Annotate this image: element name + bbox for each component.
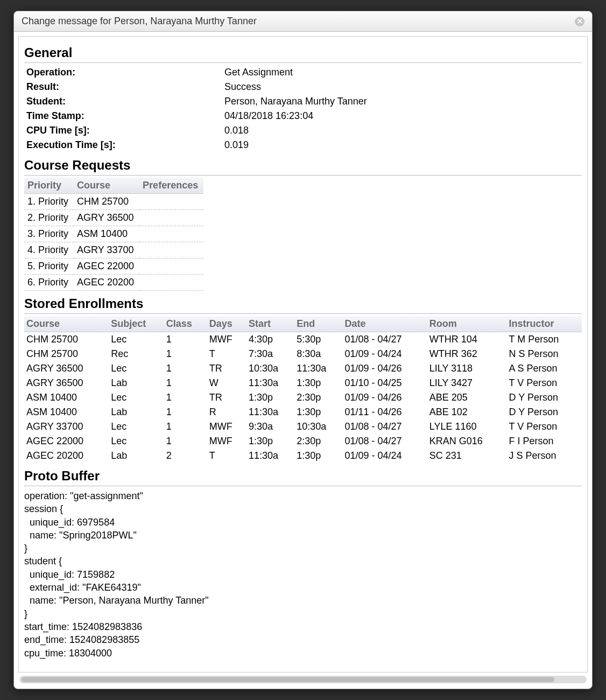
- enrollment-cell-start: 11:30a: [246, 376, 294, 390]
- course-request-cell-course: AGEC 22000: [74, 258, 139, 275]
- enrollment-cell-days: TR: [207, 390, 246, 405]
- course-request-cell-prefs: [139, 194, 203, 210]
- enr-header-room: Room: [427, 316, 507, 332]
- course-request-row: 4. PriorityAGRY 33700: [24, 242, 203, 258]
- course-request-cell-prefs: [139, 275, 203, 291]
- label-cputime: CPU Time [s]:: [24, 123, 222, 138]
- enrollment-cell-start: 11:30a: [246, 449, 294, 463]
- enr-header-class: Class: [164, 316, 207, 332]
- enrollment-cell-end: 5:30p: [294, 332, 342, 347]
- enr-header-end: End: [294, 316, 342, 332]
- enr-header-date: Date: [343, 316, 427, 332]
- enrollment-cell-date: 01/09 - 04/24: [343, 347, 427, 361]
- course-request-cell-priority: 3. Priority: [24, 226, 74, 242]
- enrollment-cell-end: 2:30p: [294, 434, 342, 449]
- enrollment-cell-instructor: A S Person: [507, 361, 582, 376]
- course-request-row: 5. PriorityAGEC 22000: [24, 258, 203, 275]
- enrollment-cell-course: ASM 10400: [24, 390, 109, 405]
- enrollment-cell-class: 1: [164, 376, 207, 390]
- enrollment-cell-subject: Lab: [109, 376, 164, 390]
- general-row-result: Result:Success: [24, 80, 582, 94]
- enrollment-cell-days: MWF: [207, 419, 246, 434]
- enrollment-cell-days: W: [207, 376, 246, 390]
- course-request-cell-priority: 5. Priority: [24, 258, 74, 275]
- horizontal-scrollbar[interactable]: [19, 676, 587, 683]
- enrollment-cell-class: 1: [164, 361, 207, 376]
- enrollment-cell-end: 1:30p: [294, 449, 342, 463]
- label-operation: Operation:: [24, 65, 222, 80]
- general-row-timestamp: Time Stamp:04/18/2018 16:23:04: [24, 109, 582, 123]
- enrollment-cell-date: 01/09 - 04/26: [343, 361, 427, 376]
- enrollment-cell-start: 4:30p: [246, 332, 294, 347]
- enr-header-subject: Subject: [109, 316, 164, 332]
- enrollment-cell-class: 1: [164, 434, 207, 449]
- enrollment-row: AGEC 20200Lab2T11:30a1:30p01/09 - 04/24S…: [24, 449, 582, 463]
- enrollment-cell-class: 1: [164, 405, 207, 419]
- enrollment-cell-end: 8:30a: [294, 347, 342, 361]
- enrollment-cell-end: 1:30p: [294, 405, 342, 419]
- enrollment-cell-course: AGEC 22000: [24, 434, 109, 449]
- enrollment-cell-room: LILY 3427: [427, 376, 507, 390]
- enrollment-cell-room: ABE 102: [427, 405, 507, 419]
- dialog-title: Change message for Person, Narayana Murt…: [22, 16, 257, 27]
- label-student: Student:: [24, 94, 222, 109]
- label-timestamp: Time Stamp:: [24, 109, 222, 123]
- enrollment-cell-days: T: [207, 449, 246, 463]
- dialog-titlebar[interactable]: Change message for Person, Narayana Murt…: [14, 11, 592, 32]
- enrollment-cell-room: SC 231: [427, 449, 507, 463]
- enrollment-cell-subject: Lec: [109, 434, 164, 449]
- enrollment-cell-days: MWF: [207, 332, 246, 347]
- enrollment-cell-instructor: D Y Person: [507, 405, 582, 419]
- enrollment-cell-instructor: D Y Person: [507, 390, 582, 405]
- course-request-cell-course: AGEC 20200: [74, 275, 139, 291]
- course-request-cell-priority: 1. Priority: [24, 194, 74, 210]
- dialog-body: General Operation:Get Assignment Result:…: [14, 32, 592, 689]
- value-operation: Get Assignment: [222, 65, 582, 80]
- enrollment-cell-date: 01/11 - 04/26: [343, 405, 427, 419]
- enrollment-cell-start: 7:30a: [246, 347, 294, 361]
- enrollment-cell-instructor: T V Person: [507, 376, 582, 390]
- stored-enrollments-table: Course Subject Class Days Start End Date…: [24, 316, 582, 463]
- course-request-cell-prefs: [139, 226, 203, 242]
- enrollment-cell-subject: Lab: [109, 449, 164, 463]
- enrollment-cell-start: 1:30p: [246, 434, 294, 449]
- general-row-student: Student:Person, Narayana Murthy Tanner: [24, 94, 582, 109]
- label-result: Result:: [24, 80, 222, 94]
- enrollment-cell-instructor: T V Person: [507, 419, 582, 434]
- enrollment-cell-room: LILY 3118: [427, 361, 507, 376]
- enrollment-cell-days: TR: [207, 361, 246, 376]
- horizontal-scrollbar-thumb[interactable]: [22, 677, 554, 682]
- enrollment-cell-end: 10:30a: [294, 419, 342, 434]
- enrollment-cell-instructor: T M Person: [507, 332, 582, 347]
- enrollment-cell-course: AGRY 36500: [24, 361, 109, 376]
- enrollment-cell-date: 01/09 - 04/26: [343, 390, 427, 405]
- enrollment-cell-subject: Rec: [109, 347, 164, 361]
- course-request-cell-course: AGRY 33700: [74, 242, 139, 258]
- section-heading-proto-buffer: Proto Buffer: [24, 468, 582, 486]
- enrollment-cell-room: KRAN G016: [427, 434, 507, 449]
- course-request-cell-prefs: [139, 258, 203, 275]
- enrollment-cell-course: ASM 10400: [24, 405, 109, 419]
- course-request-row: 1. PriorityCHM 25700: [24, 194, 203, 210]
- general-row-exectime: Execution Time [s]:0.019: [24, 138, 582, 152]
- enrollment-cell-room: WTHR 104: [427, 332, 507, 347]
- dialog-content-scroll[interactable]: General Operation:Get Assignment Result:…: [18, 36, 588, 673]
- value-cputime: 0.018: [222, 123, 582, 138]
- course-request-cell-priority: 6. Priority: [24, 275, 74, 291]
- enrollment-cell-instructor: J S Person: [507, 449, 582, 463]
- enrollment-row: ASM 10400Lec1TR1:30p2:30p01/09 - 04/26AB…: [24, 390, 582, 405]
- section-heading-stored-enrollments: Stored Enrollments: [24, 296, 582, 314]
- enrollment-cell-class: 1: [164, 332, 207, 347]
- close-icon[interactable]: ✕: [575, 17, 584, 26]
- section-heading-general: General: [24, 45, 582, 63]
- general-row-operation: Operation:Get Assignment: [24, 65, 582, 80]
- enrollment-row: AGRY 36500Lec1TR10:30a11:30a01/09 - 04/2…: [24, 361, 582, 376]
- req-header-course: Course: [74, 178, 139, 194]
- course-requests-table: Priority Course Preferences 1. PriorityC…: [24, 178, 203, 291]
- enrollment-cell-room: WTHR 362: [427, 347, 507, 361]
- course-request-cell-priority: 4. Priority: [24, 242, 74, 258]
- enrollment-cell-end: 1:30p: [294, 376, 342, 390]
- enrollment-cell-end: 2:30p: [294, 390, 342, 405]
- enrollment-cell-course: AGEC 20200: [24, 449, 109, 463]
- enrollment-cell-date: 01/10 - 04/25: [343, 376, 427, 390]
